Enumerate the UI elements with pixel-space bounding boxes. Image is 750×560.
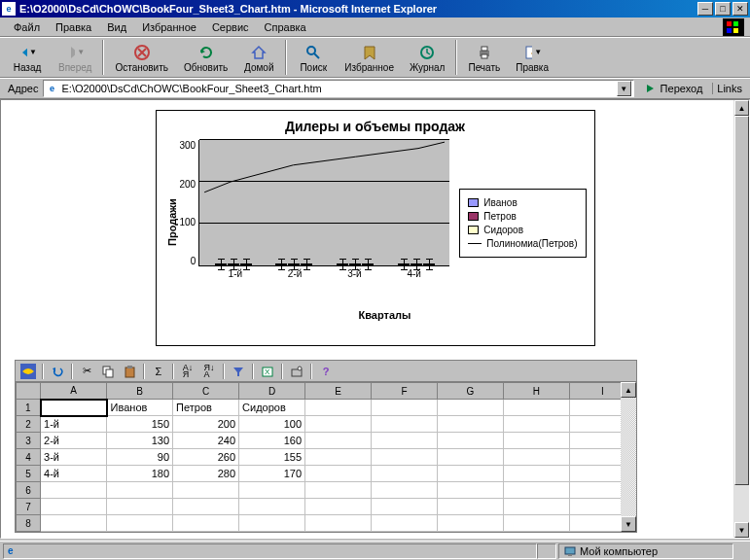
row-header[interactable]: 5 (17, 466, 41, 482)
autosum-button[interactable]: Σ (149, 363, 168, 380)
cell[interactable] (305, 400, 372, 416)
cell[interactable] (41, 400, 107, 416)
cell[interactable] (503, 416, 569, 433)
col-header[interactable]: A (41, 383, 107, 400)
undo-button[interactable] (48, 363, 67, 380)
history-button[interactable]: Журнал (402, 43, 453, 73)
cell[interactable] (305, 449, 372, 466)
col-header[interactable]: B (107, 383, 173, 400)
content-scrollbar[interactable]: ▲ ▼ (733, 100, 749, 538)
cell[interactable]: Петров (173, 400, 239, 416)
row-header[interactable]: 6 (17, 482, 41, 499)
cell[interactable] (372, 499, 438, 515)
cell[interactable] (372, 400, 438, 416)
edit-button[interactable]: ▼ Правка (508, 43, 556, 73)
minimize-button[interactable]: ─ (697, 2, 713, 16)
cell[interactable] (173, 482, 239, 499)
cell[interactable] (305, 466, 372, 482)
col-header[interactable]: D (239, 383, 305, 400)
scroll-thumb[interactable] (734, 116, 749, 485)
cell[interactable]: 200 (173, 416, 239, 433)
cell[interactable] (372, 449, 438, 466)
cell[interactable]: 150 (107, 416, 173, 433)
paste-button[interactable] (120, 363, 139, 380)
cell[interactable] (305, 482, 372, 499)
row-header[interactable]: 3 (17, 433, 41, 449)
row-header[interactable]: 8 (17, 515, 41, 532)
cell[interactable] (372, 466, 438, 482)
copy-button[interactable] (98, 363, 118, 380)
cell[interactable] (438, 466, 504, 482)
col-header[interactable]: E (305, 383, 372, 400)
cell[interactable] (107, 515, 173, 532)
properties-button[interactable] (287, 363, 306, 380)
cell[interactable] (372, 416, 438, 433)
col-header[interactable]: C (173, 383, 239, 400)
col-header[interactable]: F (372, 383, 438, 400)
cell[interactable] (41, 482, 107, 499)
cell[interactable]: Иванов (107, 400, 173, 416)
print-button[interactable]: Печать (460, 43, 508, 73)
cell[interactable] (372, 433, 438, 449)
cell[interactable] (503, 515, 569, 532)
row-header[interactable]: 1 (17, 400, 41, 416)
cell[interactable] (438, 482, 504, 499)
cell[interactable] (41, 499, 107, 515)
cell[interactable]: 4-й (41, 466, 107, 482)
cell[interactable] (41, 515, 107, 532)
cell[interactable]: 170 (239, 466, 305, 482)
cell[interactable]: Сидоров (239, 400, 305, 416)
cell[interactable]: 2-й (41, 433, 107, 449)
cell[interactable] (503, 482, 569, 499)
spreadsheet-grid[interactable]: ABCDEFGHI1ИвановПетровСидоров21-й1502001… (16, 382, 636, 532)
cell[interactable] (438, 449, 504, 466)
cell[interactable] (107, 482, 173, 499)
cell[interactable]: 100 (239, 416, 305, 433)
sheet-scrollbar[interactable]: ▲ ▼ (621, 382, 636, 532)
menu-help[interactable]: Справка (257, 19, 314, 35)
search-button[interactable]: Поиск (290, 43, 337, 73)
maximize-button[interactable]: □ (715, 2, 731, 16)
cell[interactable]: 280 (173, 466, 239, 482)
cell[interactable]: 160 (239, 433, 305, 449)
back-button[interactable]: ▼ Назад (4, 43, 51, 73)
cell[interactable] (239, 499, 305, 515)
menu-edit[interactable]: Правка (48, 19, 99, 35)
cell[interactable] (438, 433, 504, 449)
close-button[interactable]: ✕ (732, 2, 748, 16)
cell[interactable] (438, 515, 504, 532)
cell[interactable] (173, 515, 239, 532)
menu-tools[interactable]: Сервис (204, 19, 257, 35)
scroll-up-button[interactable]: ▲ (734, 100, 749, 116)
cell[interactable]: 180 (107, 466, 173, 482)
cut-button[interactable]: ✂ (77, 363, 96, 380)
menu-view[interactable]: Вид (99, 19, 134, 35)
row-header[interactable]: 2 (17, 416, 41, 433)
cell[interactable]: 130 (107, 433, 173, 449)
autofilter-button[interactable] (229, 363, 248, 380)
cell[interactable] (503, 499, 569, 515)
menu-favorites[interactable]: Избранное (134, 19, 204, 35)
favorites-button[interactable]: Избранное (337, 43, 402, 73)
cell[interactable]: 3-й (41, 449, 107, 466)
cell[interactable] (503, 466, 569, 482)
cell[interactable]: 90 (107, 449, 173, 466)
links-button[interactable]: Links (712, 83, 746, 94)
cell[interactable] (305, 499, 372, 515)
col-header[interactable]: G (438, 383, 504, 400)
row-header[interactable]: 4 (17, 449, 41, 466)
refresh-button[interactable]: Обновить (176, 43, 235, 73)
cell[interactable] (503, 433, 569, 449)
cell[interactable] (173, 499, 239, 515)
col-header[interactable]: H (503, 383, 569, 400)
home-button[interactable]: Домой (235, 43, 282, 73)
cell[interactable] (438, 416, 504, 433)
cell[interactable]: 260 (173, 449, 239, 466)
scroll-down-button[interactable]: ▼ (734, 522, 749, 538)
cell[interactable] (372, 515, 438, 532)
cell[interactable]: 1-й (41, 416, 107, 433)
menu-file[interactable]: Файл (6, 19, 48, 35)
cell[interactable] (305, 433, 372, 449)
cell[interactable] (239, 482, 305, 499)
stop-button[interactable]: Остановить (107, 43, 176, 73)
